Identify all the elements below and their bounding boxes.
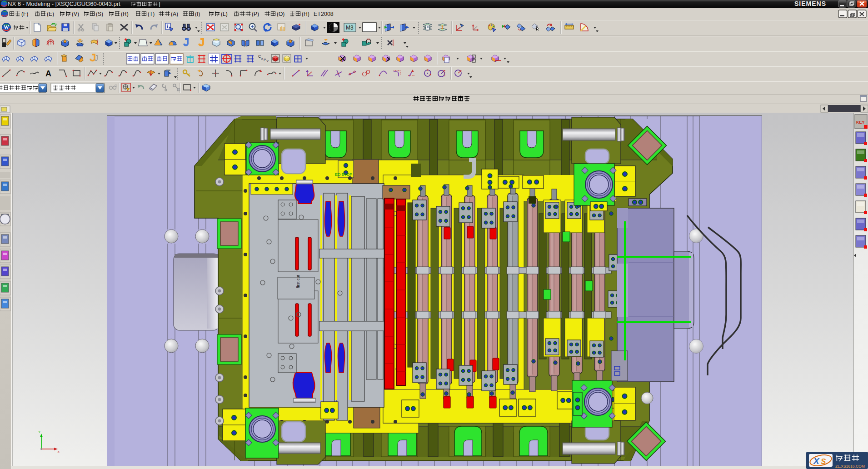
svg-text:(H): (H): [302, 11, 309, 17]
svg-text:S: S: [821, 457, 826, 466]
svg-text:(T): (T): [148, 11, 155, 17]
svg-text:Y: Y: [38, 430, 41, 434]
svg-text:(P): (P): [252, 11, 259, 17]
svg-text:(L): (L): [221, 11, 228, 17]
svg-text:(F): (F): [21, 11, 28, 17]
svg-text:first cut: first cut: [296, 274, 300, 288]
svg-text:M3: M3: [346, 25, 354, 31]
svg-text:(O): (O): [277, 11, 284, 17]
svg-text:SIEMENS: SIEMENS: [794, 0, 826, 7]
svg-text:o: o: [261, 56, 263, 60]
svg-text:X: X: [813, 456, 820, 466]
svg-text:]: ]: [159, 0, 160, 7]
svg-text:(I): (I): [195, 11, 200, 17]
svg-text:(R): (R): [121, 11, 129, 17]
svg-text:(E): (E): [47, 11, 54, 17]
svg-text:i: i: [167, 24, 168, 29]
svg-text:X: X: [57, 450, 60, 454]
svg-text:Y: Y: [266, 59, 269, 63]
svg-text:KEY: KEY: [856, 120, 865, 125]
svg-text:(A): (A): [171, 11, 178, 17]
svg-text:P: P: [264, 58, 266, 62]
svg-text:(V): (V): [72, 11, 79, 17]
svg-text:A: A: [45, 69, 51, 78]
svg-text:NX 6 - Modeling - [XSQCJGUG60-: NX 6 - Modeling - [XSQCJGUG60-0043.prt: [8, 0, 120, 7]
svg-text:ET2008: ET2008: [314, 11, 334, 17]
svg-text:(S): (S): [96, 11, 103, 17]
svg-text:ZL.XS1616.COM: ZL.XS1616.COM: [835, 464, 865, 469]
svg-text:ED 5TOP: ED 5TOP: [335, 172, 352, 177]
